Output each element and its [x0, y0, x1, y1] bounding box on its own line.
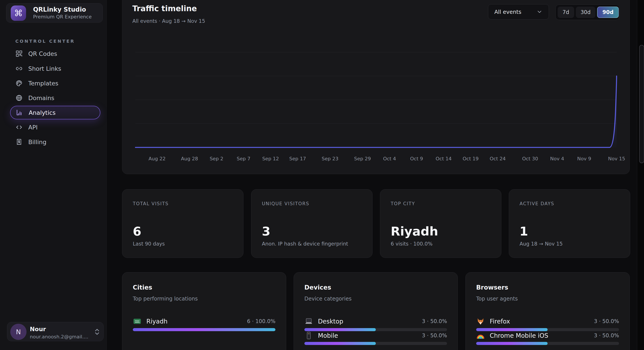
qr-code-icon	[15, 50, 23, 57]
sidebar-item-short-links[interactable]: Short Links	[10, 62, 100, 75]
card-title: Cities	[133, 284, 152, 291]
range-button-90d[interactable]: 90d	[597, 6, 619, 18]
sidebar-section-label: CONTROL CENTER	[15, 38, 75, 44]
browser-row: Firefox 3 · 50.0%	[476, 315, 619, 327]
user-name: Nour	[30, 326, 46, 333]
sidebar-item-domains[interactable]: Domains	[10, 91, 100, 105]
card-subtitle: Top user agents	[476, 296, 518, 302]
app-tagline: Premium QR Experience	[33, 14, 92, 19]
app-logo-card[interactable]: ⌘ QRLinky Studio Premium QR Experience	[6, 3, 103, 22]
sidebar-item-label: QR Codes	[28, 50, 57, 57]
browser-name: Chrome Mobile iOS	[490, 332, 548, 339]
event-filter-dropdown[interactable]: All events	[488, 4, 549, 19]
scrollbar-thumb[interactable]	[639, 45, 644, 163]
chevrons-up-down-icon	[93, 327, 101, 337]
browser-value: 3 · 50.0%	[594, 318, 619, 324]
app-title: QRLinky Studio	[33, 6, 86, 13]
sidebar-item-billing[interactable]: Billing	[10, 135, 100, 149]
page-subtitle: All events · Aug 18 → Nov 15	[132, 18, 205, 24]
device-name: Mobile	[318, 332, 338, 339]
receipt-icon	[15, 138, 23, 146]
device-progress-fill	[304, 342, 376, 345]
globe-icon	[15, 94, 23, 102]
stat-subtext: Anon. IP hash & device fingerprint	[262, 241, 348, 247]
user-email: nour.anoosh.2@gmail....	[30, 334, 88, 340]
sidebar-item-analytics[interactable]: Analytics	[10, 106, 100, 119]
browsers-card: Browsers Top user agents Firefox 3 · 50.…	[466, 272, 630, 350]
link-icon	[15, 65, 23, 72]
stat-card-active-days: ACTIVE DAYS 1 Aug 18 → Nov 15	[509, 189, 630, 258]
command-icon: ⌘	[11, 5, 26, 21]
user-account-button[interactable]: N Nour nour.anoosh.2@gmail....	[7, 322, 104, 341]
stat-value: 6	[133, 224, 141, 238]
bar-chart-icon	[16, 109, 23, 116]
browser-value: 3 · 50.0%	[594, 333, 619, 339]
stat-label: TOP CITY	[391, 201, 415, 206]
device-row: Desktop 3 · 50.0%	[304, 315, 447, 327]
command-glyph: ⌘	[14, 8, 23, 18]
saudi-flag-icon	[133, 317, 142, 326]
city-name: Riyadh	[146, 318, 168, 325]
app-window: ⌘ QRLinky Studio Premium QR Experience C…	[0, 0, 644, 350]
stat-label: TOTAL VISITS	[133, 201, 169, 206]
phone-icon	[304, 331, 313, 340]
stat-card-top-city: TOP CITY Riyadh 6 visits · 100.0%	[380, 189, 501, 258]
range-button-group: 7d 30d 90d	[556, 4, 620, 20]
laptop-icon	[304, 317, 313, 326]
stat-label: ACTIVE DAYS	[520, 201, 554, 206]
card-title: Devices	[304, 284, 331, 291]
page-title: Traffic timeline	[132, 4, 197, 13]
traffic-timeline-card: Traffic timeline All events · Aug 18 → N…	[122, 0, 630, 174]
rainbow-icon	[476, 331, 485, 340]
stat-value: 1	[520, 224, 528, 238]
sidebar-item-label: Billing	[28, 139, 46, 145]
fox-icon	[476, 317, 485, 326]
device-progress-track	[304, 342, 447, 345]
device-row: Mobile 3 · 50.0%	[304, 330, 447, 342]
event-filter-value: All events	[494, 9, 521, 15]
city-progress-fill	[133, 328, 276, 331]
browser-name: Firefox	[490, 318, 510, 325]
cities-card: Cities Top performing locations Riyadh 6…	[122, 272, 286, 350]
chevron-down-icon	[536, 9, 542, 15]
city-value: 6 · 100.0%	[247, 318, 276, 324]
avatar: N	[10, 324, 26, 340]
avatar-initial: N	[16, 328, 21, 336]
stat-value: 3	[262, 224, 270, 238]
stat-subtext: Last 90 days	[133, 241, 165, 247]
sidebar-item-label: Domains	[28, 95, 54, 101]
sidebar-item-templates[interactable]: Templates	[10, 76, 100, 90]
browser-row: Chrome Mobile iOS 3 · 50.0%	[476, 330, 619, 342]
card-subtitle: Device categories	[304, 296, 352, 302]
stat-subtext: 6 visits · 100.0%	[391, 241, 432, 247]
devices-card: Devices Device categories Desktop 3 · 50…	[294, 272, 458, 350]
stat-card-unique-visitors: UNIQUE VISITORS 3 Anon. IP hash & device…	[251, 189, 372, 258]
palette-icon	[15, 79, 23, 87]
stat-value: Riyadh	[391, 224, 438, 238]
sidebar-item-label: Templates	[28, 80, 58, 87]
card-title: Browsers	[476, 284, 508, 291]
browser-progress-fill	[476, 342, 548, 345]
card-subtitle: Top performing locations	[133, 296, 198, 302]
stat-subtext: Aug 18 → Nov 15	[520, 241, 563, 247]
stat-card-total-visits: TOTAL VISITS 6 Last 90 days	[122, 189, 244, 258]
device-value: 3 · 50.0%	[422, 318, 447, 324]
device-value: 3 · 50.0%	[422, 333, 447, 339]
scrollbar-track[interactable]	[637, 0, 644, 350]
stat-label: UNIQUE VISITORS	[262, 201, 309, 206]
sidebar-item-label: Analytics	[29, 109, 56, 116]
sidebar-item-qr-codes[interactable]: QR Codes	[10, 47, 100, 60]
browser-progress-track	[476, 342, 619, 345]
city-progress-track	[133, 328, 276, 331]
sidebar: ⌘ QRLinky Studio Premium QR Experience C…	[0, 0, 107, 350]
sidebar-item-label: Short Links	[28, 65, 61, 72]
code-icon	[15, 123, 23, 131]
device-name: Desktop	[318, 318, 343, 325]
range-button-30d[interactable]: 30d	[576, 6, 596, 18]
sidebar-item-label: API	[28, 124, 38, 131]
sidebar-item-api[interactable]: API	[10, 120, 100, 134]
city-row: Riyadh 6 · 100.0%	[133, 315, 276, 327]
range-button-7d[interactable]: 7d	[558, 6, 574, 18]
